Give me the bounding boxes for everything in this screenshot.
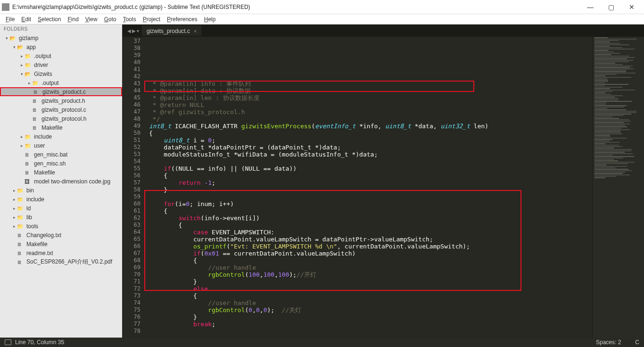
tree-item[interactable]: model two-dimension code.jpg (0, 177, 122, 186)
code-line[interactable]: * @ref gizwits_protocol.h (149, 108, 592, 116)
menu-project[interactable]: Project (140, 15, 163, 24)
file-icon (17, 232, 25, 239)
tree-item[interactable]: ▸driver (0, 60, 122, 69)
menu-goto[interactable]: Goto (101, 15, 119, 24)
code-line[interactable]: return -1; (149, 179, 592, 186)
tab-close-icon[interactable]: × (194, 28, 197, 34)
code-line[interactable]: if((NULL == info) || (NULL == data)) (149, 165, 592, 172)
tree-item[interactable]: ▸include (0, 132, 122, 141)
code-line[interactable]: case EVENT_LAMPSWITCH: (149, 229, 592, 236)
code-line[interactable]: else (149, 285, 592, 292)
code-line[interactable]: { (149, 292, 592, 299)
menu-preferences[interactable]: Preferences (164, 15, 200, 24)
code-line[interactable]: * @return NULL (149, 101, 592, 108)
code-line[interactable]: os_printf("Evt: EVENT_LAMPSWITCH %d \n",… (149, 243, 592, 250)
code-line[interactable] (149, 328, 592, 335)
menu-find[interactable]: Find (65, 15, 81, 24)
code-line[interactable]: uint8_t i = 0; (149, 137, 592, 144)
code-line[interactable]: { (149, 257, 592, 264)
maximize-button[interactable]: ▢ (601, 0, 621, 14)
code-line[interactable]: */ (149, 116, 592, 123)
tab-gizwits-product[interactable]: gizwits_product.c × (142, 25, 201, 36)
tree-item[interactable]: Changelog.txt (0, 231, 122, 240)
tree-item[interactable]: SoC_ESP8266_API介绍_V0.2.pdf (0, 257, 122, 266)
tree-item[interactable]: gizwits_protocol.h (0, 114, 122, 123)
code-line[interactable] (149, 193, 592, 200)
status-spaces[interactable]: Spaces: 2 (596, 339, 621, 346)
code-line[interactable] (149, 73, 592, 80)
panel-icon[interactable] (5, 339, 11, 345)
tree-item[interactable]: gizwits_product.c (0, 87, 122, 96)
line-number: 41 (123, 66, 140, 73)
code-line[interactable]: { (149, 222, 592, 229)
minimize-button[interactable]: — (580, 0, 601, 14)
tree-item[interactable]: Makefile (0, 123, 122, 132)
code-line[interactable]: } (149, 278, 592, 285)
tree-label: Changelog.txt (26, 232, 61, 239)
tree-item[interactable]: ▸bin (0, 186, 122, 195)
code-line[interactable]: { (149, 172, 592, 179)
code-line[interactable]: dataPoint_t *dataPointPtr = (dataPoint_t… (149, 144, 592, 151)
tree-label: tools (26, 223, 38, 230)
close-button[interactable]: ✕ (621, 0, 642, 14)
code-line[interactable] (149, 335, 592, 338)
tree-item[interactable]: gen_misc.bat (0, 150, 122, 159)
tree-item[interactable]: Makefile (0, 168, 122, 177)
code-line[interactable]: switch(info->event[i]) (149, 215, 592, 222)
tree-item[interactable]: ▸include (0, 195, 122, 204)
tree-arrow-icon: ▸ (11, 197, 17, 202)
code-line[interactable]: { (149, 207, 592, 215)
minimap[interactable] (592, 37, 644, 338)
line-number: 59 (123, 193, 140, 200)
code-line[interactable]: * @param[in] len : 协议数据长度 (149, 94, 592, 101)
code-line[interactable]: //user handle (149, 264, 592, 271)
tree-item[interactable]: ▸ld (0, 204, 122, 213)
tab-prev-icon[interactable]: ◀ (127, 28, 131, 33)
code-line[interactable] (149, 158, 592, 165)
menu-help[interactable]: Help (201, 15, 219, 24)
code-line[interactable]: rgbControl(0,0,0); //关灯 (149, 306, 592, 314)
tree-item[interactable]: ▸.output (0, 51, 122, 60)
code-line[interactable]: if(0x01 == currentDataPoint.valueLampSwi… (149, 250, 592, 257)
tab-menu-icon[interactable]: ▾ (137, 28, 139, 33)
tree-item[interactable]: ▸tools (0, 222, 122, 231)
code-line[interactable]: int8_t ICACHE_FLASH_ATTR gizwitsEventPro… (149, 123, 592, 130)
status-lang[interactable]: C (635, 339, 639, 346)
code-line[interactable]: moduleStatusInfo_t *wifiData = (moduleSt… (149, 151, 592, 158)
menu-edit[interactable]: Edit (18, 15, 34, 24)
tree-item[interactable]: ▾gizlamp (0, 33, 122, 42)
code-area[interactable]: 3738394041424344454647484950515253545556… (123, 37, 644, 338)
code-line[interactable]: { (149, 130, 592, 137)
tree-item[interactable]: Makefile (0, 240, 122, 248)
tree-item[interactable]: gen_misc.sh (0, 159, 122, 168)
code-content[interactable]: * @param[in] info : 事件队列 * @param[in] da… (145, 37, 592, 338)
menu-view[interactable]: View (83, 15, 100, 24)
menu-tools[interactable]: Tools (120, 15, 139, 24)
tree-label: user (34, 142, 45, 149)
tree-label: model two-dimension code.jpg (34, 178, 110, 185)
tree-item[interactable]: ▸.output (0, 78, 122, 87)
line-number: 56 (123, 172, 140, 179)
code-line[interactable]: rgbControl(100,100,100);//开灯 (149, 271, 592, 278)
tree-item[interactable]: ▾app (0, 42, 122, 51)
tree-item[interactable]: ▾Gizwits (0, 69, 122, 78)
sidebar[interactable]: FOLDERS ▾gizlamp▾app▸.output▸driver▾Gizw… (0, 25, 123, 338)
tree-item[interactable]: gizwits_protocol.c (0, 105, 122, 114)
tree-item[interactable]: ▸user (0, 141, 122, 150)
menu-selection[interactable]: Selection (35, 15, 64, 24)
tree-item[interactable]: ▸lib (0, 213, 122, 222)
status-position[interactable]: Line 70, Column 35 (15, 339, 64, 346)
code-line[interactable]: //user handle (149, 299, 592, 306)
code-line[interactable]: currentDataPoint.valueLampSwitch = dataP… (149, 236, 592, 243)
folder-tree[interactable]: ▾gizlamp▾app▸.output▸driver▾Gizwits▸.out… (0, 33, 122, 266)
code-line[interactable]: for(i=0; inum; i++) (149, 200, 592, 207)
menu-file[interactable]: File (3, 15, 17, 24)
code-line[interactable]: * @param[in] data : 协议数据 (149, 87, 592, 94)
code-line[interactable]: * @param[in] info : 事件队列 (149, 80, 592, 87)
code-line[interactable]: } (149, 186, 592, 193)
tab-next-icon[interactable]: ▶ (132, 28, 136, 33)
tree-item[interactable]: readme.txt (0, 248, 122, 257)
code-line[interactable]: break; (149, 321, 592, 328)
tree-item[interactable]: gizwits_product.h (0, 96, 122, 105)
code-line[interactable]: } (149, 314, 592, 321)
